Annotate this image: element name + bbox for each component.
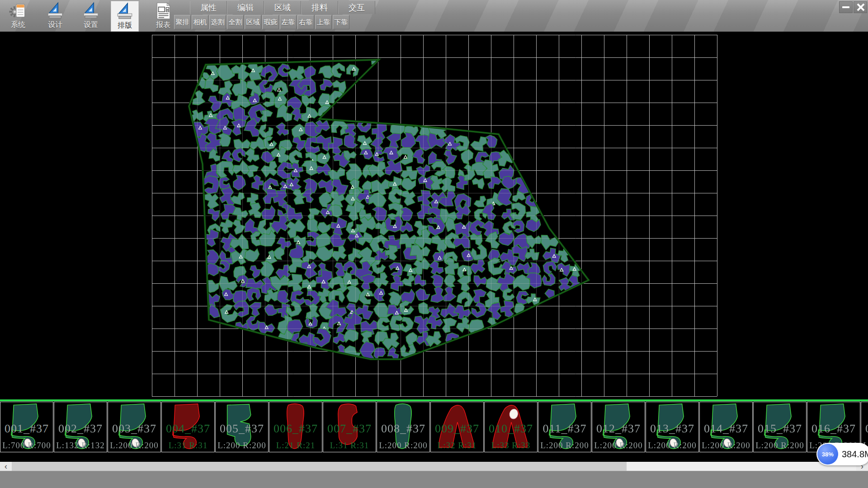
tool-button-4[interactable]: 全割 bbox=[227, 15, 244, 29]
strip-top-line bbox=[0, 399, 868, 401]
piece-thumbnail-7[interactable]: 007_#37L:31 R:31 bbox=[323, 402, 376, 452]
big-button-1[interactable]: 系统 bbox=[5, 1, 32, 31]
big-button-5[interactable]: 报表 bbox=[150, 1, 177, 31]
progress-percent: 38% bbox=[822, 451, 834, 458]
piece-id-label: 002_#37 bbox=[54, 422, 107, 436]
minimize-icon bbox=[842, 6, 849, 8]
piece-lr-label: L:132 R:132 bbox=[54, 441, 107, 450]
piece-lr-label: L:700 R:700 bbox=[0, 441, 53, 450]
piece-lr-label: L:31 R:31 bbox=[323, 441, 376, 450]
piece-thumbnail-3[interactable]: 003_#37L:200 R:200 bbox=[108, 402, 161, 452]
piece-lr-label: L:200 R:200 bbox=[700, 441, 752, 450]
tool-button-5[interactable]: 区域 bbox=[245, 15, 261, 29]
status-bar bbox=[0, 471, 868, 488]
piece-thumbnail-2[interactable]: 002_#37L:132 R:132 bbox=[54, 402, 107, 452]
piece-lr-label: L:21 R:21 bbox=[269, 441, 322, 450]
piece-id-label: 016_#37 bbox=[807, 422, 860, 436]
piece-thumbnail-11[interactable]: 011_#37L:200 R:200 bbox=[538, 402, 591, 452]
scrollbar-thumb[interactable] bbox=[12, 462, 627, 471]
tool-button-9[interactable]: 上靠 bbox=[315, 15, 332, 29]
app-window: 系统设计设置排版报表 属性编辑区域排料交互 聚排相机选割全割区域瑕疵左靠右靠上靠… bbox=[0, 0, 868, 488]
menu-item-2[interactable]: 编辑 bbox=[227, 1, 264, 14]
piece-lr-label: L:200 R:200 bbox=[108, 441, 160, 450]
settings-ruler-icon bbox=[81, 1, 100, 20]
design-ruler-icon bbox=[46, 1, 65, 20]
piece-id-label: 006_#37 bbox=[269, 422, 322, 436]
piece-id-label: 005_#37 bbox=[216, 422, 268, 436]
progress-circle: 38% bbox=[817, 444, 838, 465]
big-button-label: 设计 bbox=[48, 20, 62, 29]
piece-id-label: 010_#37 bbox=[485, 422, 537, 436]
big-button-label: 排版 bbox=[118, 21, 132, 30]
piece-id-label: 008_#37 bbox=[377, 422, 429, 436]
piece-thumbnail-10[interactable]: 010_#37L:33 R:33 bbox=[484, 402, 538, 452]
piece-lr-label: L:200 R:200 bbox=[216, 441, 268, 450]
tool-button-10[interactable]: 下靠 bbox=[333, 15, 349, 29]
piece-id-label: 017_#37 bbox=[861, 422, 868, 436]
memory-badge: 38% 384.8M bbox=[816, 443, 868, 465]
close-icon bbox=[856, 3, 864, 11]
big-button-3[interactable]: 设置 bbox=[77, 1, 104, 31]
memory-value: 384.8M bbox=[842, 443, 868, 465]
menu-item-5[interactable]: 交互 bbox=[338, 1, 375, 14]
piece-thumbnail-5[interactable]: 005_#37L:200 R:200 bbox=[215, 402, 269, 452]
piece-id-label: 011_#37 bbox=[538, 422, 591, 436]
menu-item-3[interactable]: 区域 bbox=[264, 1, 301, 14]
big-button-label: 系统 bbox=[11, 20, 25, 29]
piece-thumbnail-8[interactable]: 008_#37L:200 R:200 bbox=[377, 402, 430, 452]
scroll-left-arrow[interactable]: ‹ bbox=[0, 462, 12, 471]
tool-button-6[interactable]: 瑕疵 bbox=[262, 15, 279, 29]
tool-button-3[interactable]: 选割 bbox=[209, 15, 226, 29]
piece-thumbnail-6[interactable]: 006_#37L:21 R:21 bbox=[269, 402, 322, 452]
pieces-strip: 001_#37L:700 R:700002_#37L:132 R:132003_… bbox=[0, 402, 868, 453]
piece-lr-label: L:200 R:200 bbox=[592, 441, 645, 450]
piece-id-label: 003_#37 bbox=[108, 422, 160, 436]
piece-lr-label: L:200 R:200 bbox=[377, 441, 429, 450]
piece-id-label: 001_#37 bbox=[0, 422, 53, 436]
piece-id-label: 015_#37 bbox=[754, 422, 806, 436]
piece-thumbnail-15[interactable]: 015_#37L:200 R:200 bbox=[753, 402, 807, 452]
piece-thumbnail-4[interactable]: 004_#37L:31 R:31 bbox=[161, 402, 215, 452]
piece-thumbnail-13[interactable]: 013_#37L:200 R:200 bbox=[646, 402, 699, 452]
close-button[interactable] bbox=[854, 1, 867, 13]
tool-button-7[interactable]: 左靠 bbox=[280, 15, 297, 29]
piece-lr-label: L:200 R:200 bbox=[754, 441, 806, 450]
big-button-2[interactable]: 设计 bbox=[42, 1, 69, 31]
big-button-4[interactable]: 排版 bbox=[111, 1, 139, 32]
piece-id-label: 007_#37 bbox=[323, 422, 376, 436]
piece-lr-label: L:200 R:200 bbox=[646, 441, 698, 450]
nesting-ruler-icon bbox=[115, 2, 134, 21]
tool-button-8[interactable]: 右靠 bbox=[297, 15, 314, 29]
piece-id-label: 012_#37 bbox=[592, 422, 645, 436]
system-gear-icon bbox=[9, 1, 28, 20]
main-toolbar: 系统设计设置排版报表 属性编辑区域排料交互 聚排相机选割全割区域瑕疵左靠右靠上靠… bbox=[0, 0, 868, 32]
piece-lr-label: L:32 R:31 bbox=[431, 441, 483, 450]
piece-lr-label: L:31 R:31 bbox=[162, 441, 214, 450]
menu-item-4[interactable]: 排料 bbox=[301, 1, 338, 14]
piece-thumbnail-14[interactable]: 014_#37L:200 R:200 bbox=[699, 402, 753, 452]
piece-id-label: 014_#37 bbox=[700, 422, 752, 436]
piece-lr-label: L:33 R:33 bbox=[485, 441, 537, 450]
piece-lr-label: L:200 R:200 bbox=[538, 441, 591, 450]
big-button-label: 设置 bbox=[84, 20, 98, 29]
tool-button-2[interactable]: 相机 bbox=[192, 15, 208, 29]
report-doc-icon bbox=[154, 1, 173, 20]
menu-item-1[interactable]: 属性 bbox=[190, 1, 227, 14]
piece-id-label: 004_#37 bbox=[162, 422, 214, 436]
piece-id-label: 013_#37 bbox=[646, 422, 698, 436]
tool-button-1[interactable]: 聚排 bbox=[174, 15, 191, 29]
horizontal-scrollbar[interactable]: ‹ › bbox=[0, 462, 868, 471]
piece-thumbnail-9[interactable]: 009_#37L:32 R:31 bbox=[430, 402, 484, 452]
menu-row: 属性编辑区域排料交互 bbox=[190, 1, 375, 14]
piece-id-label: 009_#37 bbox=[431, 422, 483, 436]
minimize-button[interactable] bbox=[839, 1, 853, 13]
tool-row: 聚排相机选割全割区域瑕疵左靠右靠上靠下靠 bbox=[174, 15, 350, 29]
piece-thumbnail-1[interactable]: 001_#37L:700 R:700 bbox=[0, 402, 53, 452]
big-button-label: 报表 bbox=[156, 20, 170, 29]
nesting-canvas[interactable] bbox=[0, 32, 868, 462]
piece-thumbnail-12[interactable]: 012_#37L:200 R:200 bbox=[592, 402, 645, 452]
